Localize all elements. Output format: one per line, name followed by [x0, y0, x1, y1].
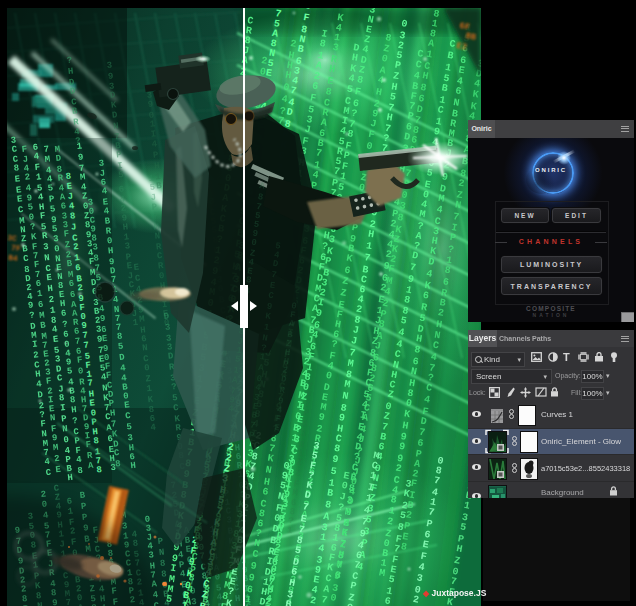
- svg-text:7F: 7F: [11, 243, 22, 253]
- svg-text:E2: E2: [455, 41, 467, 53]
- svg-text:B4: B4: [8, 253, 19, 263]
- svg-text:3C: 3C: [7, 233, 17, 243]
